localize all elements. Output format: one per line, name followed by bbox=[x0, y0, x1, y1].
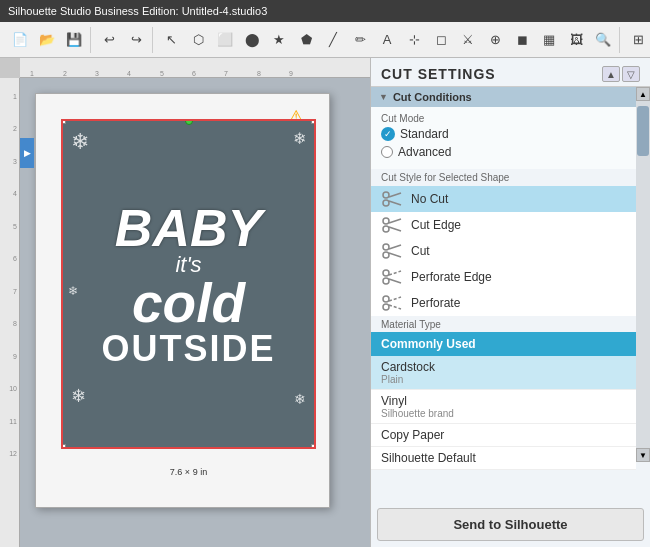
snowflake-tr: ❄ bbox=[293, 129, 306, 148]
handle-br[interactable] bbox=[311, 444, 316, 449]
material-vinyl[interactable]: Vinyl Silhouette brand bbox=[371, 390, 636, 424]
toolbar-circle-btn[interactable]: ⬤ bbox=[239, 27, 265, 53]
toolbar-weld-btn[interactable]: ⊕ bbox=[482, 27, 508, 53]
panel-arrows: ▲ ▽ bbox=[602, 66, 640, 82]
cut-settings-title: CUT SETTINGS bbox=[381, 66, 496, 82]
cut-style-no-cut[interactable]: No Cut bbox=[371, 186, 636, 212]
commonly-used-header: Commonly Used bbox=[371, 332, 636, 356]
cut-mode-advanced-row[interactable]: Advanced bbox=[381, 145, 626, 159]
scrollbar-down-btn[interactable]: ▼ bbox=[636, 448, 650, 462]
main-area: 1 2 3 4 5 6 7 8 9 1 2 3 4 5 6 7 8 9 10 1… bbox=[0, 58, 650, 547]
ruler-vertical: 1 2 3 4 5 6 7 8 9 10 11 12 bbox=[0, 78, 20, 547]
cut-style-cut[interactable]: Cut bbox=[371, 238, 636, 264]
canvas-area: 1 2 3 4 5 6 7 8 9 1 2 3 4 5 6 7 8 9 10 1… bbox=[0, 58, 370, 547]
panel-toggle-arrow[interactable]: ▶ bbox=[20, 138, 34, 168]
title-bar: Silhouette Studio Business Edition: Unti… bbox=[0, 0, 650, 22]
panel-up-btn[interactable]: ▲ bbox=[602, 66, 620, 82]
cut-edge-label: Cut Edge bbox=[411, 218, 461, 232]
dimension-label: 7.6 × 9 in bbox=[61, 467, 316, 477]
toolbar-eraser-btn[interactable]: ◻ bbox=[428, 27, 454, 53]
toolbar-line-btn[interactable]: ╱ bbox=[320, 27, 346, 53]
perforate-edge-label: Perforate Edge bbox=[411, 270, 492, 284]
material-type-section: Material Type Commonly Used Cardstock Pl… bbox=[371, 316, 636, 470]
toolbar-knife-btn[interactable]: ⚔ bbox=[455, 27, 481, 53]
design-card[interactable]: ❄ ❄ ❄ ❄ ❄ BABY it's cold OUTSIDE bbox=[61, 119, 316, 449]
design-text-baby: BABY bbox=[115, 202, 262, 254]
svg-point-8 bbox=[383, 218, 389, 224]
toolbar-node-btn[interactable]: ⬡ bbox=[185, 27, 211, 53]
work-area: ▶ ⚠ ❄ ❄ ❄ ❄ ❄ BABY it's bbox=[20, 78, 370, 547]
toolbar-fill-btn[interactable]: ◼ bbox=[509, 27, 535, 53]
handle-tl[interactable] bbox=[61, 119, 66, 124]
toolbar-group-file: 📄 📂 💾 bbox=[4, 27, 91, 53]
handle-tr[interactable] bbox=[311, 119, 316, 124]
toolbar-transform-btn[interactable]: ⊞ bbox=[625, 27, 650, 53]
toolbar-poly-btn[interactable]: ⬟ bbox=[293, 27, 319, 53]
toolbar-image-btn[interactable]: 🖼 bbox=[563, 27, 589, 53]
cut-label: Cut bbox=[411, 244, 430, 258]
svg-line-6 bbox=[389, 193, 401, 197]
svg-point-13 bbox=[383, 252, 389, 258]
toolbar-shape-btn[interactable]: ⬜ bbox=[212, 27, 238, 53]
toolbar-select-btn[interactable]: ↖ bbox=[158, 27, 184, 53]
cut-conditions-header[interactable]: ▼ Cut Conditions bbox=[371, 87, 636, 107]
panel-scrollbar: ▲ ▼ bbox=[636, 87, 650, 462]
perforate-icon bbox=[381, 295, 403, 311]
right-panel-scroll: ▼ Cut Conditions Cut Mode ✓ Standard Adv… bbox=[371, 87, 650, 502]
toolbar-zoom-btn[interactable]: 🔍 bbox=[590, 27, 616, 53]
advanced-radio bbox=[381, 146, 393, 158]
material-copy-paper[interactable]: Copy Paper bbox=[371, 424, 636, 447]
cardstock-name: Cardstock bbox=[381, 360, 626, 374]
cut-style-cut-edge[interactable]: Cut Edge bbox=[371, 212, 636, 238]
toolbar-star-btn[interactable]: ★ bbox=[266, 27, 292, 53]
material-silhouette-default[interactable]: Silhouette Default bbox=[371, 447, 636, 470]
material-type-label: Material Type bbox=[371, 316, 636, 332]
svg-line-18 bbox=[389, 271, 401, 275]
cut-edge-icon bbox=[381, 217, 403, 233]
cut-icon bbox=[381, 243, 403, 259]
svg-line-11 bbox=[389, 227, 401, 231]
cut-settings-inner: ▼ Cut Conditions Cut Mode ✓ Standard Adv… bbox=[371, 87, 650, 502]
toolbar-group-tools: ↖ ⬡ ⬜ ⬤ ★ ⬟ ╱ ✏ A ⊹ ◻ ⚔ ⊕ ◼ ▦ 🖼 🔍 bbox=[155, 27, 620, 53]
snowflake-ml: ❄ bbox=[68, 284, 78, 298]
material-cardstock[interactable]: Cardstock Plain bbox=[371, 356, 636, 390]
toolbar-new-btn[interactable]: 📄 bbox=[7, 27, 33, 53]
toolbar-gradient-btn[interactable]: ▦ bbox=[536, 27, 562, 53]
toolbar-redo-btn[interactable]: ↪ bbox=[123, 27, 149, 53]
svg-line-14 bbox=[389, 245, 401, 249]
svg-point-12 bbox=[383, 244, 389, 250]
no-cut-icon bbox=[381, 191, 403, 207]
panel-down-btn[interactable]: ▽ bbox=[622, 66, 640, 82]
handle-bl[interactable] bbox=[61, 444, 66, 449]
toolbar: 📄 📂 💾 ↩ ↪ ↖ ⬡ ⬜ ⬤ ★ ⬟ ╱ ✏ A ⊹ ◻ ⚔ ⊕ ◼ ▦ … bbox=[0, 22, 650, 58]
vinyl-sub: Silhouette brand bbox=[381, 408, 626, 419]
ruler-horizontal: 1 2 3 4 5 6 7 8 9 bbox=[20, 58, 370, 78]
cut-settings-panel: CUT SETTINGS ▲ ▽ ▼ Cut Conditions Cut Mo… bbox=[370, 58, 650, 547]
design-text-outside: OUTSIDE bbox=[101, 331, 275, 367]
cut-conditions-chevron: ▼ bbox=[379, 92, 388, 102]
svg-point-21 bbox=[383, 304, 389, 310]
toolbar-text-btn[interactable]: A bbox=[374, 27, 400, 53]
scrollbar-up-btn[interactable]: ▲ bbox=[636, 87, 650, 101]
svg-point-5 bbox=[383, 200, 389, 206]
toolbar-undo-btn[interactable]: ↩ bbox=[96, 27, 122, 53]
cut-style-section: Cut Style for Selected Shape No Cut bbox=[371, 169, 636, 316]
svg-point-4 bbox=[383, 192, 389, 198]
vinyl-name: Vinyl bbox=[381, 394, 626, 408]
cardstock-sub: Plain bbox=[381, 374, 626, 385]
toolbar-save-btn[interactable]: 💾 bbox=[61, 27, 87, 53]
toolbar-open-btn[interactable]: 📂 bbox=[34, 27, 60, 53]
cut-conditions-body: Cut Mode ✓ Standard Advanced bbox=[371, 107, 636, 169]
cut-mode-label: Cut Mode bbox=[381, 113, 626, 124]
cut-style-perforate[interactable]: Perforate bbox=[371, 290, 636, 316]
perforate-edge-icon bbox=[381, 269, 403, 285]
cut-style-perforate-edge[interactable]: Perforate Edge bbox=[371, 264, 636, 290]
svg-line-23 bbox=[389, 305, 401, 309]
app-title: Silhouette Studio Business Edition: Unti… bbox=[8, 5, 267, 17]
no-cut-label: No Cut bbox=[411, 192, 448, 206]
scrollbar-thumb[interactable] bbox=[637, 106, 649, 156]
cut-mode-standard-row[interactable]: ✓ Standard bbox=[381, 127, 626, 141]
toolbar-pen-btn[interactable]: ✏ bbox=[347, 27, 373, 53]
send-to-silhouette-btn[interactable]: Send to Silhouette bbox=[377, 508, 644, 541]
toolbar-trace-btn[interactable]: ⊹ bbox=[401, 27, 427, 53]
